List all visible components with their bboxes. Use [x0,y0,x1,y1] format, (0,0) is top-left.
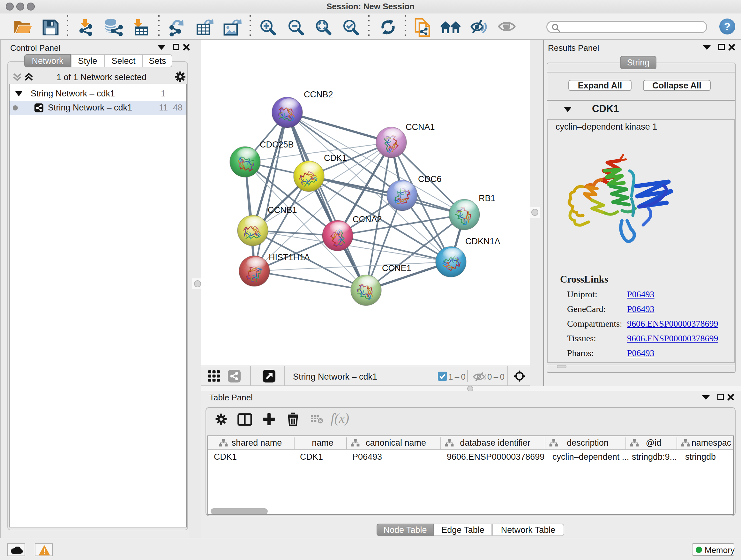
svg-text:CCNE1: CCNE1 [382,263,411,273]
svg-text:CDC6: CDC6 [418,174,442,184]
svg-text:CCNB1: CCNB1 [268,205,297,215]
svg-text:CCNA1: CCNA1 [406,122,435,132]
svg-text:CDK1: CDK1 [324,153,347,163]
svg-text:HIST1H1A: HIST1H1A [269,253,310,262]
svg-text:RB1: RB1 [479,193,495,203]
svg-text:CCNB2: CCNB2 [304,90,333,99]
svg-text:CDC25B: CDC25B [260,140,294,149]
svg-text:CDKN1A: CDKN1A [465,237,500,246]
svg-text:CCNA2: CCNA2 [353,214,382,224]
